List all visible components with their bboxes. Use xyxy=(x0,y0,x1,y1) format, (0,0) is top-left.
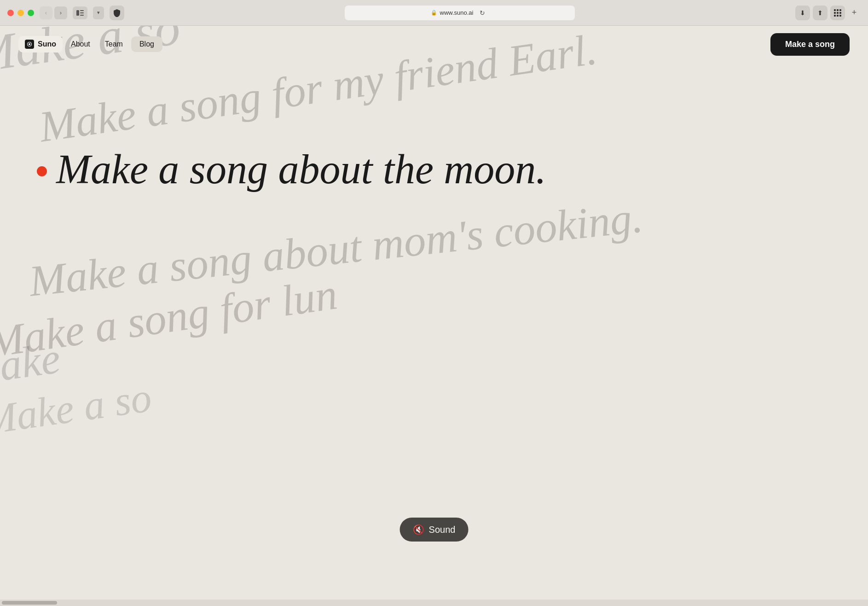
bg-text-cooking: Make a song about mom's cooking. xyxy=(27,192,645,306)
svg-rect-7 xyxy=(834,12,836,14)
suno-icon-svg xyxy=(27,41,32,47)
svg-point-13 xyxy=(29,43,30,45)
svg-rect-11 xyxy=(837,15,839,17)
scrollbar-thumb[interactable] xyxy=(2,601,57,605)
browser-chrome: ‹ › ▾ 🔒 www.suno.ai ↻ ⬇ xyxy=(0,0,868,26)
page-content: Suno About Team Blog Make a song Make a … xyxy=(0,26,868,606)
site-nav: Suno About Team Blog Make a song xyxy=(0,26,868,63)
maximize-button[interactable] xyxy=(28,10,34,16)
svg-rect-5 xyxy=(837,9,839,11)
suno-logo-text: Suno xyxy=(38,40,56,48)
svg-rect-4 xyxy=(834,9,836,11)
address-bar-wrapper: 🔒 www.suno.ai ↻ xyxy=(130,6,790,20)
download-button[interactable]: ⬇ xyxy=(795,6,810,20)
shield-button[interactable] xyxy=(110,6,124,20)
traffic-lights xyxy=(7,10,34,16)
sound-label: Sound xyxy=(429,524,456,535)
nav-left: Suno About Team Blog xyxy=(18,36,162,52)
chevron-down-icon: ▾ xyxy=(97,10,100,16)
shield-icon xyxy=(113,9,121,17)
svg-rect-2 xyxy=(80,12,84,13)
muted-icon: 🔇 xyxy=(413,524,424,535)
make-song-button[interactable]: Make a song xyxy=(770,33,850,56)
scrollbar-track[interactable] xyxy=(0,600,868,606)
reload-button[interactable]: ↻ xyxy=(476,6,489,19)
tab-chevron-button[interactable]: ▾ xyxy=(93,6,104,19)
svg-rect-12 xyxy=(839,15,841,17)
red-dot-indicator xyxy=(37,166,47,176)
sidebar-toggle-button[interactable] xyxy=(73,6,87,19)
back-icon: ‹ xyxy=(45,9,47,16)
forward-button[interactable]: › xyxy=(54,6,67,19)
add-tab-button[interactable]: + xyxy=(848,6,861,19)
download-icon: ⬇ xyxy=(800,9,805,17)
lock-icon: 🔒 xyxy=(431,10,437,16)
svg-rect-1 xyxy=(80,10,84,11)
reload-icon: ↻ xyxy=(480,9,485,17)
minimize-button[interactable] xyxy=(17,10,24,16)
blog-nav-link[interactable]: Blog xyxy=(131,36,162,52)
forward-icon: › xyxy=(60,9,62,16)
address-bar[interactable]: 🔒 www.suno.ai ↻ xyxy=(345,6,575,20)
about-nav-link[interactable]: About xyxy=(64,36,97,52)
team-nav-link[interactable]: Team xyxy=(98,36,129,52)
sidebar-icon xyxy=(76,10,84,16)
share-icon: ⬆ xyxy=(817,9,823,17)
svg-rect-0 xyxy=(76,10,79,16)
svg-rect-3 xyxy=(80,15,84,16)
share-button[interactable]: ⬆ xyxy=(813,6,827,20)
active-text-moon: Make a song about the moon. xyxy=(37,146,546,193)
grid-menu-button[interactable] xyxy=(830,6,845,20)
suno-logo-button[interactable]: Suno xyxy=(18,36,63,52)
bg-text-lunch: Make a song for lun xyxy=(0,268,340,367)
svg-rect-9 xyxy=(839,12,841,14)
svg-rect-8 xyxy=(837,12,839,14)
svg-rect-10 xyxy=(834,15,836,17)
suno-logo-icon xyxy=(25,40,34,49)
nav-right: Make a song xyxy=(770,33,850,56)
grid-icon xyxy=(834,9,841,17)
back-button[interactable]: ‹ xyxy=(40,6,52,19)
bg-text-make2: Make a so xyxy=(0,373,154,444)
browser-right-controls: ⬇ ⬆ + xyxy=(795,6,861,20)
close-button[interactable] xyxy=(7,10,14,16)
sound-button[interactable]: 🔇 Sound xyxy=(400,518,469,542)
moon-text: Make a song about the moon. xyxy=(56,146,546,193)
svg-rect-6 xyxy=(839,9,841,11)
plus-icon: + xyxy=(852,8,857,17)
browser-nav-buttons: ‹ › xyxy=(40,6,67,19)
url-text: www.suno.ai xyxy=(440,9,474,16)
bg-text-make1: Make xyxy=(0,332,64,396)
